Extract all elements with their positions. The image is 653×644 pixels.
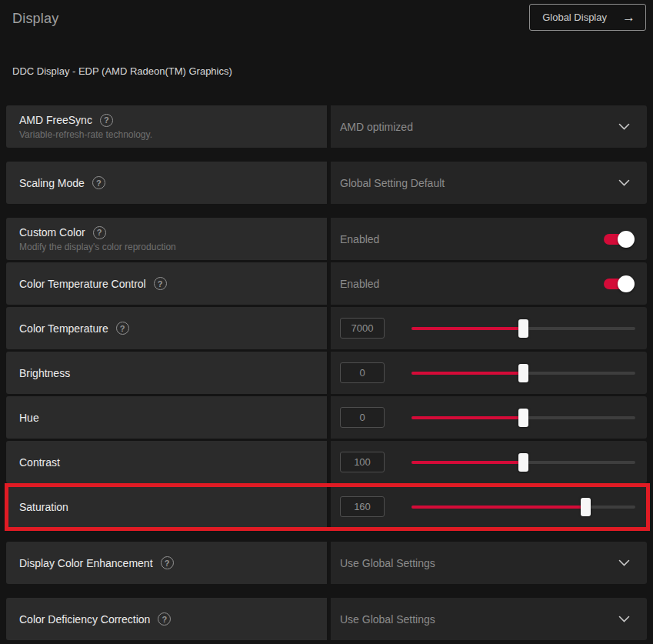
color-temperature-input[interactable] [340,318,385,339]
settings-row-scaling-mode: Scaling Mode ? Global Setting Default [6,162,647,204]
setting-control-cell: Enabled [331,218,647,260]
slider-fill [411,416,524,419]
settings-row-color-temperature-control: Color Temperature Control ? Enabled [6,262,647,305]
contrast-input[interactable] [340,452,385,472]
settings-row-saturation: Saturation [6,486,647,528]
toggle-state-label: Enabled [340,233,379,245]
setting-label: Scaling Mode ? [19,176,327,189]
brightness-input[interactable] [340,362,385,383]
saturation-input[interactable] [340,496,385,517]
setting-label: Color Deficiency Correction ? [19,612,327,626]
setting-label-text: Saturation [19,501,68,513]
dropdown-value: Use Global Settings [340,557,435,569]
hue-input[interactable] [340,407,385,428]
color-temperature-slider[interactable] [411,319,635,338]
setting-label-cell: Scaling Mode ? [6,162,327,204]
setting-label-text: Scaling Mode [19,177,85,189]
settings-row-color-temperature: Color Temperature ? [6,307,647,349]
settings-row-amd-freesync: AMD FreeSync ? Variable-refresh-rate tec… [6,105,647,148]
help-icon[interactable]: ? [158,612,171,626]
setting-label: Color Temperature Control ? [19,277,327,290]
toggle-control: Enabled [340,233,635,245]
display-color-enhancement-dropdown[interactable]: Use Global Settings [340,542,635,584]
slider-fill [411,461,524,464]
contrast-slider[interactable] [411,453,635,472]
setting-label: Color Temperature ? [19,322,327,335]
custom-color-toggle[interactable] [604,234,632,245]
color-temperature-control-toggle[interactable] [604,279,632,289]
help-icon[interactable]: ? [161,556,174,569]
toggle-control: Enabled [340,278,635,290]
setting-control-cell [331,352,647,394]
setting-label-cell: Color Temperature Control ? [6,262,327,305]
setting-description: Modify the display's color reproduction [19,242,327,252]
setting-label-text: Color Deficiency Correction [19,613,150,626]
setting-label-text: AMD FreeSync [19,114,92,126]
brightness-slider[interactable] [411,364,635,382]
setting-label: Display Color Enhancement ? [19,556,327,569]
chevron-down-icon [618,179,630,186]
setting-label-text: Custom Color [19,226,85,239]
setting-label-text: Contrast [19,456,60,469]
amd-freesync-dropdown[interactable]: AMD optimized [340,105,635,148]
setting-label-cell: Display Color Enhancement ? [6,542,327,584]
setting-control-cell [331,486,647,528]
setting-label-cell: Saturation [6,486,327,528]
setting-label: Saturation [19,501,327,513]
setting-control-cell: Global Setting Default [331,162,647,204]
setting-label: Brightness [19,367,327,379]
help-icon[interactable]: ? [116,322,129,335]
arrow-right-icon: → [622,11,635,24]
setting-control-cell: Use Global Settings [331,598,647,640]
saturation-slider[interactable] [411,498,635,516]
setting-control-cell: Enabled [331,262,647,305]
help-icon[interactable]: ? [100,114,113,127]
dropdown-value: Global Setting Default [340,177,445,189]
settings-row-color-deficiency-correction: Color Deficiency Correction ? Use Global… [6,598,647,640]
setting-label-cell: Color Temperature ? [6,307,327,349]
setting-description: Variable-refresh-rate technology. [19,129,327,140]
slider-handle[interactable] [518,453,528,472]
display-settings-page: Display Global Display → DDC Display - E… [0,0,653,644]
slider-handle[interactable] [518,364,528,382]
setting-control-cell [331,396,647,439]
chevron-down-icon [618,123,630,130]
setting-label-cell: AMD FreeSync ? Variable-refresh-rate tec… [6,105,327,148]
color-deficiency-correction-dropdown[interactable]: Use Global Settings [340,598,635,640]
setting-label: Custom Color ? [19,226,327,239]
dropdown-value: AMD optimized [340,121,413,133]
setting-control-cell: AMD optimized [331,105,647,148]
setting-control-cell [331,307,647,349]
dropdown-value: Use Global Settings [340,613,435,626]
help-icon[interactable]: ? [93,226,106,239]
slider-fill [411,506,586,509]
setting-label: Hue [19,412,327,424]
help-icon[interactable]: ? [154,277,167,290]
chevron-down-icon [618,616,630,622]
setting-label-text: Color Temperature [19,322,108,335]
global-display-button[interactable]: Global Display → [529,4,646,31]
slider-fill [411,372,524,375]
toggle-state-label: Enabled [340,278,379,290]
hue-slider[interactable] [411,409,635,427]
setting-control-cell [331,441,647,483]
setting-label-cell: Hue [6,396,327,439]
setting-label-text: Color Temperature Control [19,278,146,290]
slider-fill [411,327,524,330]
settings-rows: AMD FreeSync ? Variable-refresh-rate tec… [6,105,647,640]
settings-row-display-color-enhancement: Display Color Enhancement ? Use Global S… [6,542,647,584]
setting-label-cell: Contrast [6,441,327,483]
setting-label: Contrast [19,456,327,469]
settings-row-custom-color: Custom Color ? Modify the display's colo… [6,218,647,260]
settings-row-contrast: Contrast [6,441,647,483]
scaling-mode-dropdown[interactable]: Global Setting Default [340,162,635,204]
settings-row-brightness: Brightness [6,352,647,394]
help-icon[interactable]: ? [92,176,105,189]
slider-handle[interactable] [518,319,528,338]
setting-label-cell: Brightness [6,352,327,394]
setting-label: AMD FreeSync ? [19,114,327,127]
slider-handle[interactable] [518,409,528,427]
display-identifier: DDC Display - EDP (AMD Radeon(TM) Graphi… [12,65,647,77]
slider-handle[interactable] [581,498,591,516]
setting-label-cell: Custom Color ? Modify the display's colo… [6,218,327,260]
